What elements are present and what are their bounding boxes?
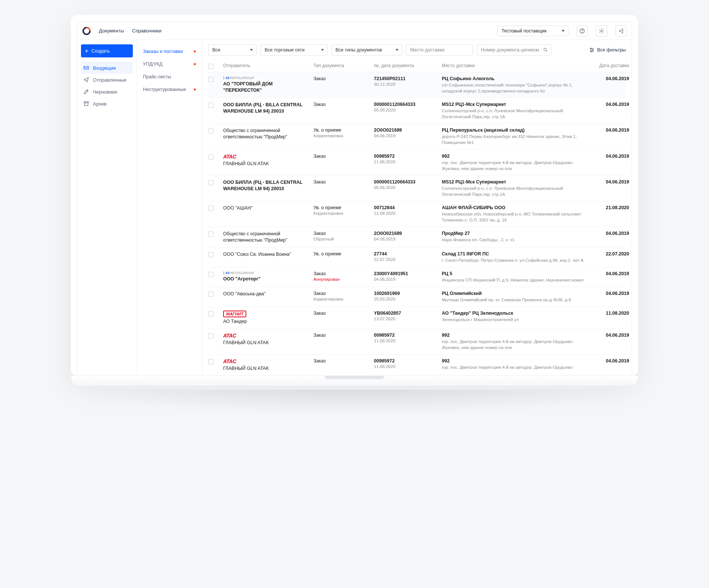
delivery-date: 04.06.2019 <box>588 179 629 185</box>
th-docnum[interactable]: №, дата документа <box>374 63 437 68</box>
delivery-address: гор. пос. Дмитров территория 4-й км авто… <box>442 364 584 370</box>
row-checkbox[interactable] <box>208 206 213 211</box>
sent-icon <box>83 77 89 83</box>
sub-item-pricelists[interactable]: Прайс-листы <box>137 70 202 83</box>
doc-number: 00985972 <box>374 333 437 338</box>
filter-place-input[interactable]: Место доставки <box>406 44 473 56</box>
table-row[interactable]: ⟩X5RETAILGROUPАО "ТОРГОВЫЙ ДОМ "ПЕРЕКРЕС… <box>208 72 626 98</box>
doc-number: 27744 <box>374 251 437 257</box>
th-place[interactable]: Место доставки <box>442 63 584 68</box>
delivery-date: 04.06.2019 <box>588 291 629 296</box>
delivery-place: 992 <box>442 358 584 364</box>
nav-documents[interactable]: Документы <box>99 28 124 34</box>
table-row[interactable]: ООО "Союз Св. Иоанна Воина"Ув. о приеме2… <box>208 248 626 267</box>
doc-number: YB06402857 <box>374 311 437 316</box>
row-checkbox[interactable] <box>208 180 213 185</box>
svg-point-6 <box>593 50 594 51</box>
delivery-address: Иншинское СП Иншинский П, д 9, Нежилое з… <box>442 277 584 283</box>
th-delivery[interactable]: Дата доставки <box>588 63 629 68</box>
table-header: Отправитель Тип документа №, дата докуме… <box>208 60 626 72</box>
filter-doctypes[interactable]: Все типы документов <box>331 44 402 56</box>
svg-point-1 <box>582 32 582 32</box>
th-doctype[interactable]: Тип документа <box>313 63 369 68</box>
sidebar-item-label: Черновики <box>93 89 117 95</box>
row-checkbox[interactable] <box>208 154 213 160</box>
table-row[interactable]: ⟩X5RETAILGROUPООО "Агроторг"ЗаказАннулир… <box>208 267 626 287</box>
create-button[interactable]: + Создать <box>81 44 133 57</box>
doc-type: Ув. о приеме <box>313 251 369 257</box>
sub-item-unstructured[interactable]: Неструктурованные <box>137 83 202 96</box>
doc-type: Заказ <box>313 231 369 236</box>
row-checkbox[interactable] <box>208 128 213 133</box>
delivery-address: Солнечногорский р-н, с.п. Луневское Мног… <box>442 108 584 120</box>
delivery-address: гор. пос. Дмитров территория 4-й км авто… <box>442 339 584 350</box>
nav-directories[interactable]: Справочники <box>132 28 162 34</box>
doc-type: Заказ <box>313 154 369 159</box>
table-row[interactable]: ATACГЛАВНЫЙ GLN ATAKЗаказ0098597211.08.2… <box>208 329 626 355</box>
supplier-select[interactable]: Тестовый поставщик <box>497 26 568 36</box>
logout-button[interactable] <box>615 25 627 37</box>
gear-icon <box>599 28 605 34</box>
table-row[interactable]: ATACГЛАВНЫЙ GLN ATAKЗаказ0098597211.08.2… <box>208 355 626 375</box>
table-row[interactable]: МАГНИТАО ТандерЗаказYB0640285713.07.2020… <box>208 307 626 329</box>
table-row[interactable]: ООО "Авоська-два"ЗаказКорректировка10026… <box>208 287 626 307</box>
row-checkbox[interactable] <box>208 103 213 108</box>
filter-networks[interactable]: Все торговые сети <box>260 44 328 56</box>
sidebar-item-drafts[interactable]: Черновики <box>81 86 133 98</box>
doc-type: Заказ <box>313 271 369 276</box>
atac-logo-icon: ATAC <box>223 333 309 339</box>
table-row[interactable]: Общество с ограниченной ответственностью… <box>208 227 626 248</box>
delivery-place: АО "Тандер" РЦ Зеленодольск <box>442 311 584 316</box>
doc-number: 0000001120664333 <box>374 102 437 107</box>
all-filters-button[interactable]: Все фильтры <box>589 47 626 53</box>
filter-docnum-input[interactable]: Номер документа целиком <box>477 44 552 56</box>
doc-subtype: Обратный <box>313 237 369 241</box>
doc-subtype: Корректировка <box>313 133 369 138</box>
sender-name: ГЛАВНЫЙ GLN ATAK <box>223 340 309 346</box>
svg-rect-3 <box>84 102 88 103</box>
th-sender[interactable]: Отправитель <box>223 63 309 68</box>
delivery-date: 04.06.2019 <box>588 231 629 236</box>
row-checkbox[interactable] <box>208 359 213 364</box>
row-checkbox[interactable] <box>208 77 213 82</box>
doc-date: 11.08.2020 <box>374 339 437 343</box>
settings-button[interactable] <box>596 25 607 37</box>
row-checkbox[interactable] <box>208 252 213 257</box>
table-row[interactable]: Общество с ограниченной ответственностью… <box>208 124 626 150</box>
filter-bar: Все Все торговые сети Все типы документо… <box>202 40 632 60</box>
help-button[interactable] <box>577 25 588 37</box>
select-all-checkbox[interactable] <box>208 64 213 69</box>
sub-item-orders[interactable]: Заказы и поставки <box>137 45 202 58</box>
delivery-date: 04.06.2019 <box>588 333 629 338</box>
delivery-address: с/п Софьинское,логистический технопарк "… <box>442 82 584 94</box>
row-checkbox[interactable] <box>208 333 213 339</box>
delivery-date: 21.08.2020 <box>588 205 629 210</box>
laptop-base <box>71 375 638 386</box>
sender-name: ООО "АШАН" <box>223 205 309 211</box>
delivery-date: 22.07.2020 <box>588 251 629 257</box>
row-checkbox[interactable] <box>208 292 213 297</box>
sidebar-item-inbox[interactable]: Входящие <box>81 62 133 74</box>
sender-name: ООО "Агроторг" <box>223 276 309 282</box>
table-row[interactable]: ООО БИЛЛА (РЦ - BILLA CENTRAL WAREHOUSE … <box>208 176 626 201</box>
sidebar-item-archive[interactable]: Архив <box>81 98 133 110</box>
table-row[interactable]: ATACГЛАВНЫЙ GLN ATAKЗаказ0098597211.08.2… <box>208 150 626 176</box>
table-row[interactable]: ООО БИЛЛА (РЦ - BILLA CENTRAL WAREHOUSE … <box>208 98 626 124</box>
row-checkbox[interactable] <box>208 232 213 237</box>
row-checkbox[interactable] <box>208 272 213 277</box>
delivery-place: РЦ Софьино Алкоголь <box>442 76 584 81</box>
sidebar-item-sent[interactable]: Отправленные <box>81 74 133 86</box>
filter-all[interactable]: Все <box>208 44 257 56</box>
plus-icon: + <box>85 48 88 54</box>
sidebar-item-label: Архив <box>93 101 106 107</box>
doc-number: 00712844 <box>374 205 437 210</box>
doc-subtype: Корректировка <box>313 211 369 216</box>
row-checkbox[interactable] <box>208 311 213 317</box>
exit-icon <box>618 28 624 34</box>
notification-dot-icon <box>194 63 196 65</box>
doc-date: 04.06.2019 <box>374 133 437 138</box>
table-row[interactable]: ООО "АШАН"Ув. о приемеКорректировка00712… <box>208 201 626 227</box>
doc-number: 00985972 <box>374 358 437 364</box>
sub-item-upd[interactable]: УПД/УКД <box>137 58 202 70</box>
sender-name: Общество с ограниченной ответственностью… <box>223 128 309 140</box>
